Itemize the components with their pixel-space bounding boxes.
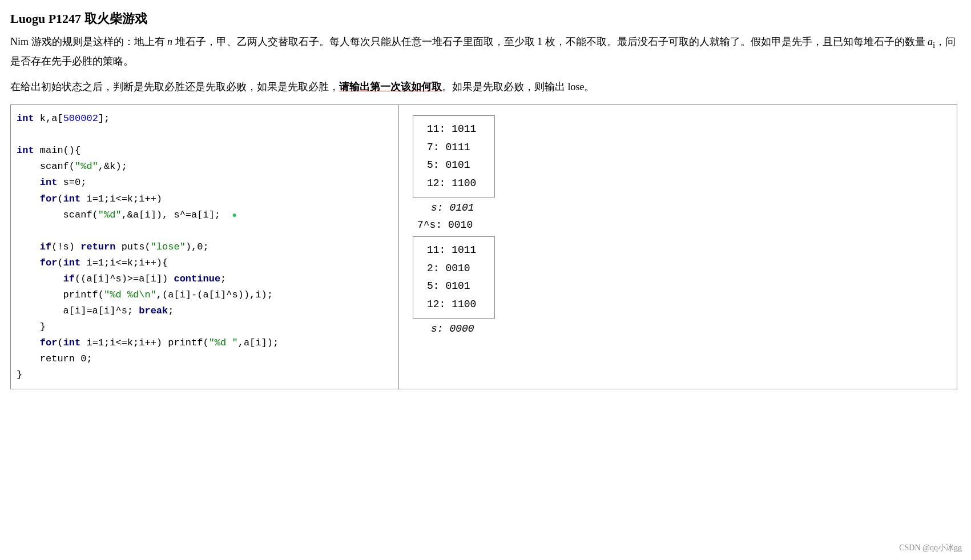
problem-title: Luogu P1247 取火柴游戏 bbox=[10, 10, 957, 27]
watermark: CSDN @qq小冰gg bbox=[899, 543, 962, 553]
problem-desc1: Nim 游戏的规则是这样的：地上有 n 堆石子，甲、乙两人交替取石子。每人每次只… bbox=[10, 33, 957, 70]
desc2-start: 在给出初始状态之后，判断是先取必胜还是先取必败，如果是先取必胜， bbox=[10, 81, 339, 92]
table1-row2: 7: 0111 bbox=[427, 139, 476, 157]
code-line-4: int s=0; bbox=[17, 175, 389, 191]
table2-row1: 11: 1011 bbox=[427, 241, 476, 260]
table1-row3: 5: 0101 bbox=[427, 156, 476, 175]
table2-row3: 5: 0101 bbox=[427, 277, 476, 296]
table2-row4: 12: 1100 bbox=[427, 296, 476, 314]
desc1-text: Nim 游戏的规则是这样的：地上有 n 堆石子，甲、乙两人交替取石子。每人每次只… bbox=[10, 36, 956, 67]
code-line-13: for(int i=1;i<=k;i++) printf("%d ",a[i])… bbox=[17, 335, 389, 351]
code-line-10: printf("%d %d\n",(a[i]-(a[i]^s)),i); bbox=[17, 287, 389, 303]
main-area: int k,a[500002]; int main(){ scanf("%d",… bbox=[10, 104, 957, 389]
table2: 11: 1011 2: 0010 5: 0101 12: 1100 bbox=[413, 236, 495, 319]
right-panel: 11: 1011 7: 0111 5: 0101 12: 1100 s: 010… bbox=[399, 105, 957, 389]
table2-row2: 2: 0010 bbox=[427, 260, 476, 278]
desc2-end: 。如果是先取必败，则输出 lose。 bbox=[442, 81, 595, 92]
xors-line: 7^s: 0010 bbox=[417, 219, 473, 231]
table1-row4: 12: 1100 bbox=[427, 175, 476, 193]
desc2-highlight: 请输出第一次该如何取 bbox=[339, 81, 442, 92]
code-line-9: if((a[i]^s)>=a[i]) continue; bbox=[17, 271, 389, 287]
s2-line: s: 0000 bbox=[431, 323, 474, 335]
code-line-2: int main(){ bbox=[17, 143, 389, 159]
code-line-5: for(int i=1;i<=k;i++) bbox=[17, 191, 389, 207]
code-line-8: for(int i=1;i<=k;i++){ bbox=[17, 255, 389, 271]
code-line-blank2 bbox=[17, 223, 389, 239]
table1-row1: 11: 1011 bbox=[427, 120, 476, 139]
code-line-3: scanf("%d",&k); bbox=[17, 159, 389, 175]
code-line-blank1 bbox=[17, 127, 389, 143]
problem-desc2: 在给出初始状态之后，判断是先取必胜还是先取必败，如果是先取必胜，请输出第一次该如… bbox=[10, 78, 957, 96]
code-line-1: int k,a[500002]; bbox=[17, 111, 389, 127]
code-line-6: scanf("%d",&a[i]), s^=a[i]; ● bbox=[17, 207, 389, 223]
code-line-15: } bbox=[17, 367, 389, 383]
code-line-12: } bbox=[17, 319, 389, 335]
code-line-14: return 0; bbox=[17, 351, 389, 367]
code-line-7: if(!s) return puts("lose"),0; bbox=[17, 239, 389, 255]
code-line-11: a[i]=a[i]^s; break; bbox=[17, 303, 389, 319]
s1-line: s: 0101 bbox=[431, 202, 474, 213]
code-panel: int k,a[500002]; int main(){ scanf("%d",… bbox=[11, 105, 399, 389]
table1: 11: 1011 7: 0111 5: 0101 12: 1100 bbox=[413, 115, 495, 198]
